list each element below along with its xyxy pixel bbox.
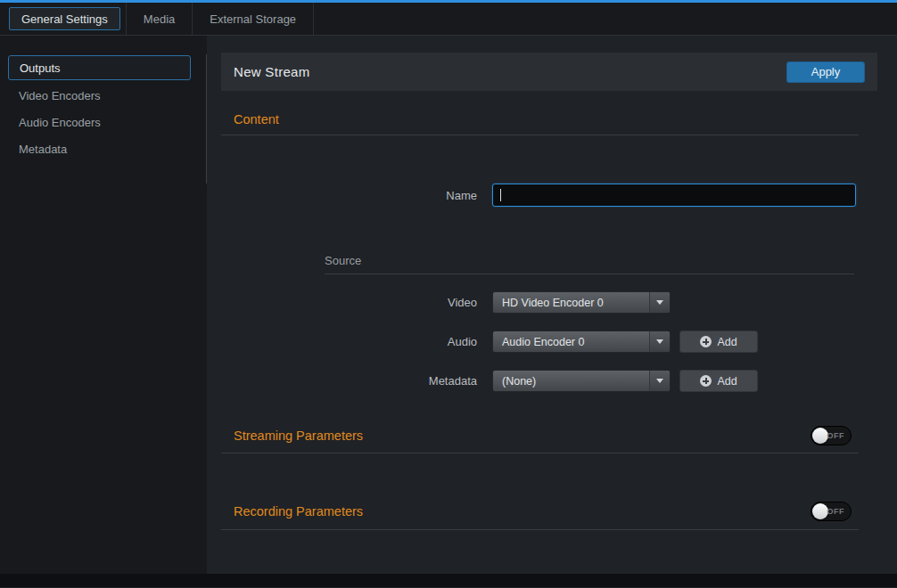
video-select[interactable]: HD Video Encoder 0 [492,291,671,314]
add-audio-label: Add [717,336,737,348]
tab-separator [313,3,314,35]
text-cursor [500,189,501,201]
streaming-parameters-title: Streaming Parameters [234,429,363,443]
sidebar: Outputs Video Encoders Audio Encoders Me… [0,36,207,574]
chevron-down-icon [649,331,670,352]
section-divider [221,453,859,453]
recording-parameters-toggle[interactable]: OFF [811,502,852,521]
sidebar-item-outputs[interactable]: Outputs [8,55,191,80]
streaming-parameters-toggle[interactable]: OFF [811,426,852,445]
bottom-status-bar [0,574,897,587]
audio-select-value: Audio Encoder 0 [502,336,584,348]
top-tab-bar: General Settings Media External Storage [0,3,897,36]
section-divider [221,135,859,135]
sidebar-item-video-encoders[interactable]: Video Encoders [8,82,191,109]
plus-icon [700,336,712,347]
source-divider [325,274,854,274]
add-metadata-button[interactable]: Add [679,370,758,392]
audio-select[interactable]: Audio Encoder 0 [492,331,671,353]
metadata-select-value: (None) [502,375,536,388]
recording-parameters-row: Recording Parameters OFF [221,502,877,521]
tab-general-settings[interactable]: General Settings [9,7,120,30]
sidebar-item-audio-encoders[interactable]: Audio Encoders [8,109,191,135]
chevron-down-icon [649,371,670,391]
source-group-label: Source [325,254,877,267]
content-section-title: Content [234,112,877,127]
chevron-down-icon [649,292,670,313]
add-audio-button[interactable]: Add [679,331,758,353]
name-label: Name [221,189,492,202]
name-row: Name [221,184,877,207]
recording-parameters-title: Recording Parameters [234,504,363,519]
sidebar-item-metadata[interactable]: Metadata [8,135,191,162]
new-stream-header: New Stream Apply [221,53,877,91]
apply-button[interactable]: Apply [786,61,865,83]
streaming-parameters-row: Streaming Parameters OFF [221,426,877,445]
page-title: New Stream [234,64,310,79]
add-metadata-label: Add [717,375,737,388]
section-divider [221,529,859,530]
audio-label: Audio [221,335,492,348]
tab-external-storage[interactable]: External Storage [193,3,313,35]
toggle-state-label: OFF [827,431,845,440]
video-row: Video HD Video Encoder 0 [221,291,877,314]
name-input[interactable] [492,184,856,207]
metadata-label: Metadata [221,374,492,388]
tab-media[interactable]: Media [127,3,192,35]
metadata-row: Metadata (None) Add [221,370,877,392]
audio-row: Audio Audio Encoder 0 Add [221,331,877,353]
video-label: Video [221,296,492,309]
toggle-knob [812,503,828,519]
main-panel: New Stream Apply Content Name Source Vid… [207,36,897,574]
toggle-state-label: OFF [827,507,845,516]
toggle-knob [812,428,828,444]
metadata-select[interactable]: (None) [492,370,671,392]
plus-icon [700,375,712,387]
page-layout: Outputs Video Encoders Audio Encoders Me… [0,36,897,574]
video-select-value: HD Video Encoder 0 [502,297,604,309]
